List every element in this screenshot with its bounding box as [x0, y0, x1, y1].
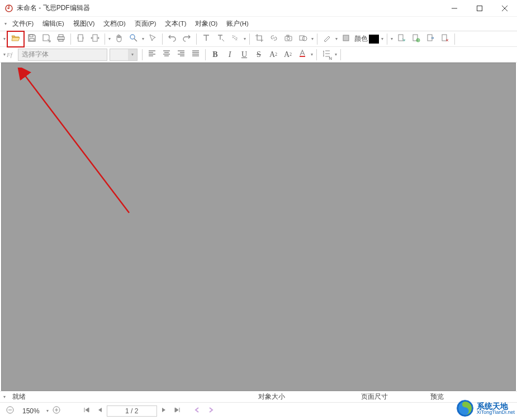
shape-icon: [298, 34, 307, 44]
minimize-button[interactable]: [442, 0, 467, 17]
hand-icon: [115, 34, 124, 44]
svg-rect-14: [287, 35, 289, 36]
select-tool-button[interactable]: [146, 32, 159, 46]
fit-width-button[interactable]: [88, 32, 102, 46]
chevron-down-icon: ▾: [128, 49, 137, 60]
line-spacing-dropdown[interactable]: ▾: [334, 48, 338, 61]
close-button[interactable]: [492, 0, 517, 17]
crop-button[interactable]: [253, 32, 266, 46]
menu-page[interactable]: 页面(P): [130, 17, 161, 30]
color-dropdown[interactable]: ▾: [380, 32, 385, 46]
svg-rect-3: [30, 39, 34, 41]
shape-dropdown[interactable]: ▾: [310, 32, 315, 46]
toolbar-grip-2[interactable]: ▾: [107, 32, 112, 46]
line-spacing-button[interactable]: N: [320, 48, 333, 61]
toolbar-grip-4[interactable]: ▾: [2, 48, 7, 61]
text-spacing-button[interactable]: 12: [229, 32, 242, 46]
menu-grip[interactable]: ▾: [3, 17, 8, 31]
status-preview: 预览: [426, 392, 448, 402]
separator: [317, 34, 317, 45]
color-swatch[interactable]: [369, 35, 379, 44]
svg-rect-7: [78, 35, 83, 41]
text-icon: [202, 34, 211, 44]
zoom-tool-button[interactable]: [127, 32, 140, 46]
menu-edit[interactable]: 编辑(E): [38, 17, 69, 30]
last-page-button[interactable]: [170, 404, 184, 418]
snapshot-button[interactable]: [282, 32, 295, 46]
camera-icon: [284, 34, 293, 44]
maximize-button[interactable]: [467, 0, 492, 17]
menu-bar: ▾ 文件(F) 编辑(E) 视图(V) 文档(D) 页面(P) 文本(T) 对象…: [0, 17, 517, 31]
toolbar-grip-3[interactable]: ▾: [390, 32, 394, 46]
text-color-button[interactable]: [296, 48, 309, 61]
zoom-out-button[interactable]: [3, 404, 17, 418]
align-right-button[interactable]: [174, 48, 188, 61]
zoom-dropdown[interactable]: ▾: [45, 404, 50, 418]
toolbar-grip-1[interactable]: ▾: [2, 32, 7, 46]
document-workspace[interactable]: [1, 63, 516, 391]
menu-object[interactable]: 对象(O): [191, 17, 222, 30]
nav-back-button[interactable]: [191, 404, 204, 418]
font-family-select[interactable]: 选择字体: [18, 49, 107, 61]
text-dropdown[interactable]: ▾: [243, 32, 247, 46]
crop-icon: [255, 34, 264, 44]
color-label: 颜色: [353, 34, 369, 44]
link-icon: [269, 34, 278, 44]
svg-rect-1: [477, 6, 482, 11]
main-toolbar: ▾ ▾ ▾ 12 ▾ ▾ ▾ 颜色 ▾ ▾: [0, 31, 517, 47]
strikethrough-button[interactable]: S: [252, 48, 265, 61]
pen-dropdown[interactable]: ▾: [334, 32, 339, 46]
menu-file[interactable]: 文件(F): [8, 17, 38, 30]
pen-button[interactable]: [320, 32, 334, 46]
zoom-dropdown[interactable]: ▾: [141, 32, 145, 46]
edit-text-button[interactable]: [214, 32, 227, 46]
font-size-select[interactable]: ▾: [110, 49, 137, 61]
page-input[interactable]: 1 / 2: [107, 405, 157, 417]
superscript-button[interactable]: A2: [267, 48, 280, 61]
font-placeholder: 选择字体: [22, 50, 49, 59]
fit-page-button[interactable]: [74, 32, 87, 46]
menu-document[interactable]: 文档(D): [99, 17, 130, 30]
window-title: 未命名 - 飞思PDF编辑器: [17, 3, 442, 13]
zoom-in-button[interactable]: [50, 404, 63, 418]
folder-open-icon: [11, 34, 20, 44]
open-button[interactable]: [9, 32, 22, 46]
first-page-button[interactable]: [80, 404, 93, 418]
extract-page-button[interactable]: [424, 32, 437, 46]
text-tool-button[interactable]: [200, 32, 213, 46]
menu-account[interactable]: 账户(H): [222, 17, 253, 30]
align-center-button[interactable]: [160, 48, 173, 61]
status-grip[interactable]: ▾: [3, 394, 8, 399]
align-left-button[interactable]: [145, 48, 159, 61]
save-as-button[interactable]: [40, 32, 53, 46]
spacing-icon: 12: [231, 34, 240, 44]
link-button[interactable]: [267, 32, 281, 46]
nav-forward-button[interactable]: [204, 404, 217, 418]
fill-button[interactable]: [339, 32, 353, 46]
align-justify-button[interactable]: [189, 48, 202, 61]
menu-view[interactable]: 视图(V): [69, 17, 99, 30]
bold-button[interactable]: B: [208, 48, 222, 61]
next-page-button[interactable]: [157, 404, 170, 418]
shape-button[interactable]: [296, 32, 310, 46]
add-page-button[interactable]: [409, 32, 423, 46]
italic-button[interactable]: I: [223, 48, 236, 61]
save-button[interactable]: [25, 32, 39, 46]
subscript-button[interactable]: A2: [281, 48, 295, 61]
status-page-size: 页面尺寸: [357, 392, 392, 402]
underline-button[interactable]: U: [238, 48, 251, 61]
text-color-dropdown[interactable]: ▾: [310, 48, 314, 61]
cursor-icon: [148, 34, 157, 44]
prev-page-button[interactable]: [93, 404, 107, 418]
redo-button[interactable]: [180, 32, 193, 46]
plus-circle-icon: [53, 406, 60, 416]
svg-text:1: 1: [232, 35, 234, 39]
hand-tool-button[interactable]: [112, 32, 126, 46]
delete-page-button[interactable]: [438, 32, 452, 46]
menu-text[interactable]: 文本(T): [160, 17, 191, 30]
zoom-value: 150%: [17, 407, 45, 415]
print-button[interactable]: [54, 32, 68, 46]
undo-button[interactable]: [165, 32, 179, 46]
insert-page-button[interactable]: [395, 32, 408, 46]
page-add-icon: [411, 34, 420, 44]
